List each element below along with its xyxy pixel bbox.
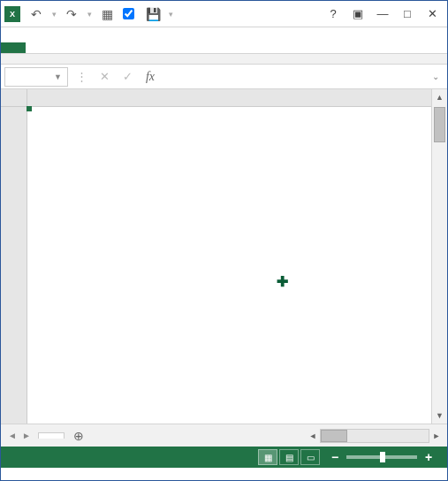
minimize-button[interactable]: — xyxy=(371,4,394,24)
status-bar: ▦ ▤ ▭ − + xyxy=(1,447,447,468)
page-break-view-button[interactable]: ▭ xyxy=(300,449,320,465)
normal-view-button[interactable]: ▦ xyxy=(258,449,277,465)
zoom-control: − + xyxy=(329,450,440,464)
add-sheet-button[interactable]: ⊕ xyxy=(65,429,93,443)
tab-data[interactable] xyxy=(110,42,132,53)
chevron-down-icon: ▼ xyxy=(54,73,62,81)
qat-dropdown-icon[interactable]: ▾ xyxy=(84,4,95,25)
horizontal-scroll-thumb[interactable] xyxy=(321,430,347,442)
sheet-tab-bar: ◄ ► ⊕ ◄ ► xyxy=(1,424,447,447)
zoom-out-button[interactable]: − xyxy=(329,450,341,464)
row-headers xyxy=(1,107,27,424)
vertical-scrollbar[interactable]: ▲ ▼ xyxy=(431,89,447,424)
page-layout-view-button[interactable]: ▤ xyxy=(279,449,299,465)
excel-icon: X xyxy=(4,6,20,22)
sheet-nav-prev-icon[interactable]: ◄ xyxy=(8,431,17,440)
tab-review[interactable] xyxy=(132,42,153,53)
gridlines-checkbox[interactable] xyxy=(123,8,134,19)
qat-dropdown-icon[interactable]: ▾ xyxy=(49,4,59,25)
scroll-left-button[interactable]: ◄ xyxy=(306,431,320,440)
formula-bar: ▼ ⋮ ✕ ✓ fx ⌄ xyxy=(1,65,447,89)
tab-insert[interactable] xyxy=(47,42,68,53)
sheet-tab-active[interactable] xyxy=(38,432,65,439)
scroll-down-button[interactable]: ▼ xyxy=(432,408,447,424)
help-button[interactable]: ? xyxy=(322,4,345,24)
tab-home[interactable] xyxy=(26,42,47,53)
gridlines-toggle[interactable] xyxy=(119,8,140,19)
tab-file[interactable] xyxy=(1,42,26,53)
tab-formulas[interactable] xyxy=(89,42,110,53)
insert-function-button[interactable]: fx xyxy=(140,67,160,87)
maximize-button[interactable]: □ xyxy=(396,4,419,24)
zoom-in-button[interactable]: + xyxy=(422,450,435,464)
redo-button[interactable]: ↷ xyxy=(61,4,82,25)
borders-button[interactable]: ▦ xyxy=(96,4,118,25)
window-controls: ? ▣ — □ ✕ xyxy=(322,4,444,24)
selection-box xyxy=(27,107,31,111)
tab-view[interactable] xyxy=(153,42,174,53)
horizontal-scroll-track[interactable] xyxy=(320,429,429,443)
quick-access-toolbar: ↶ ▾ ↷ ▾ ▦ 💾 ▾ xyxy=(26,4,176,25)
horizontal-scrollbar[interactable]: ◄ ► xyxy=(306,429,447,443)
ribbon-tabs xyxy=(1,27,447,54)
scroll-up-button[interactable]: ▲ xyxy=(432,89,447,105)
enter-formula-button: ✓ xyxy=(118,67,137,87)
undo-button[interactable]: ↶ xyxy=(26,4,47,25)
view-buttons: ▦ ▤ ▭ xyxy=(258,449,320,465)
spreadsheet-grid: ✚ ▲ ▼ xyxy=(1,89,447,424)
name-box[interactable]: ▼ xyxy=(4,67,68,87)
tab-page-layout[interactable] xyxy=(68,42,89,53)
cancel-formula-button: ✕ xyxy=(95,67,114,87)
sheet-nav: ◄ ► xyxy=(1,431,38,440)
fill-handle[interactable] xyxy=(27,106,32,111)
formula-input[interactable] xyxy=(163,67,424,87)
qat-customize-icon[interactable]: ▾ xyxy=(165,4,176,25)
scroll-right-button[interactable]: ► xyxy=(429,431,444,440)
column-headers xyxy=(27,89,431,107)
ribbon-collapsed-area xyxy=(1,54,447,65)
zoom-slider-thumb[interactable] xyxy=(380,452,385,462)
formula-more-icon[interactable]: ⋮ xyxy=(72,67,91,87)
sheet-nav-next-icon[interactable]: ► xyxy=(22,431,31,440)
save-button[interactable]: 💾 xyxy=(142,4,163,25)
select-all-corner[interactable] xyxy=(1,89,27,107)
close-button[interactable]: ✕ xyxy=(421,4,444,24)
vertical-scroll-thumb[interactable] xyxy=(434,107,445,142)
title-bar: X ↶ ▾ ↷ ▾ ▦ 💾 ▾ ? ▣ — □ ✕ xyxy=(1,1,447,27)
tab-addins[interactable] xyxy=(174,42,195,53)
zoom-slider[interactable] xyxy=(346,455,417,459)
expand-formula-bar-button[interactable]: ⌄ xyxy=(428,72,444,81)
ribbon-display-button[interactable]: ▣ xyxy=(346,4,369,24)
cells-area[interactable] xyxy=(27,107,431,424)
